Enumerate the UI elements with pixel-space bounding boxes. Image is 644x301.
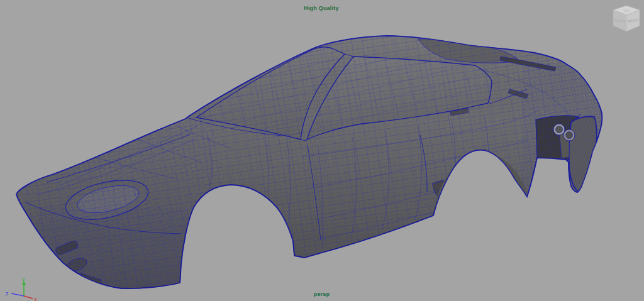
z-axis-line <box>11 293 24 296</box>
rear-bumper-strip-mesh <box>569 116 597 192</box>
hud-quality-label: High Quality <box>304 5 338 11</box>
car-body-mesh[interactable] <box>0 25 616 301</box>
z-axis-label: z <box>6 290 9 297</box>
perspective-viewport[interactable]: High Quality persp y z x TOP FRONT RIGHT <box>0 0 644 301</box>
x-axis-line <box>24 296 33 298</box>
viewcube-top-label: TOP <box>623 9 630 13</box>
origin-axis-gizmo: y z x <box>3 276 47 301</box>
hud-camera-label: persp <box>314 291 330 297</box>
scene-render <box>0 0 644 301</box>
x-axis-label: x <box>34 296 37 301</box>
view-cube[interactable]: TOP FRONT RIGHT <box>610 3 643 35</box>
y-axis-label: y <box>22 276 25 282</box>
mesh-bumper <box>38 207 189 295</box>
